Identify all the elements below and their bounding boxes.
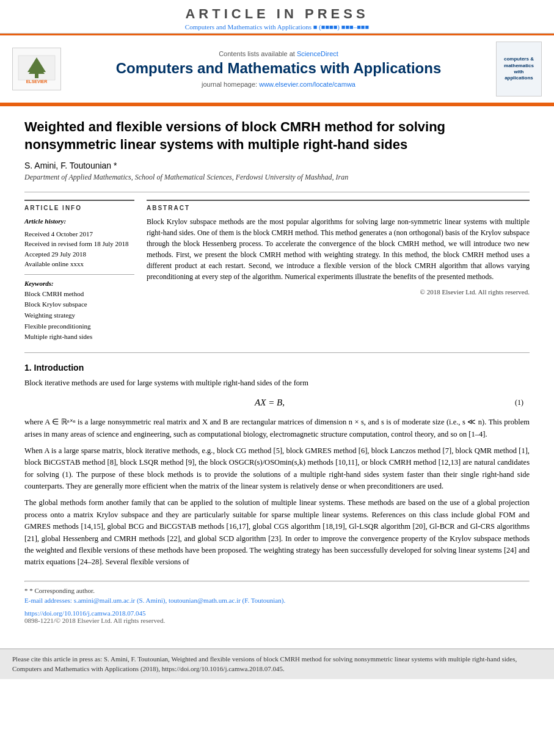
- history-item-2: Received in revised form 18 July 2018: [24, 239, 134, 249]
- bottom-citation-banner: Please cite this article in press as: S.…: [0, 649, 554, 679]
- keywords-label: Keywords:: [24, 280, 134, 287]
- keyword-4: Flexible preconditioning: [24, 321, 134, 332]
- journal-main-title: Computers and Mathematics with Applicati…: [68, 60, 489, 78]
- keyword-5: Multiple right-hand sides: [24, 332, 134, 343]
- keywords-section: Keywords: Block CMRH method Block Krylov…: [24, 280, 134, 343]
- article-info-column: ARTICLE INFO Article history: Received 4…: [24, 200, 134, 343]
- equation-1-number: (1): [515, 398, 530, 407]
- article-info-label: ARTICLE INFO: [24, 205, 134, 211]
- intro-paragraph-3: When A is a large sparse matrix, block i…: [24, 445, 530, 493]
- doi-link[interactable]: https://doi.org/10.1016/j.camwa.2018.07.…: [24, 609, 145, 617]
- journal-cover-thumbnail: computers &mathematicswithapplications: [496, 42, 542, 96]
- keyword-3: Weighting strategy: [24, 310, 134, 321]
- sciencedirect-link[interactable]: ScienceDirect: [297, 50, 338, 57]
- authors-line: S. Amini, F. Toutounian *: [24, 161, 530, 170]
- elsevier-logo: ELSEVIER: [12, 48, 61, 90]
- article-info-abstract-section: ARTICLE INFO Article history: Received 4…: [24, 200, 530, 343]
- history-item-3: Accepted 29 July 2018: [24, 249, 134, 260]
- issn-line: 0898-1221/© 2018 Elsevier Ltd. All right…: [24, 617, 530, 624]
- intro-paragraph-2: where A ∈ ℝⁿˣⁿ is a large nonsymmetric r…: [24, 416, 530, 440]
- divider-1: [24, 192, 530, 192]
- abstract-column: ABSTRACT Block Krylov subspace methods a…: [147, 200, 530, 343]
- article-content: Weighted and flexible versions of block …: [0, 106, 554, 636]
- introduction-section: 1. Introduction Block iterative methods …: [24, 363, 530, 569]
- footnote-star: *: [24, 587, 29, 594]
- affiliation: Department of Applied Mathematics, Schoo…: [24, 173, 530, 182]
- footnote-corresponding: * * Corresponding author.: [24, 586, 530, 596]
- keyword-1: Block CMRH method: [24, 289, 134, 300]
- intro-paragraph-4: The global methods form another family t…: [24, 497, 530, 568]
- contents-available-line: Contents lists available at ScienceDirec…: [68, 50, 489, 57]
- journal-reference: Computers and Mathematics with Applicati…: [0, 23, 554, 31]
- equation-1-content: AX = B,: [24, 398, 515, 408]
- bottom-banner-text: Please cite this article in press as: S.…: [12, 655, 517, 673]
- equation-1-text: AX = B,: [255, 398, 285, 407]
- copyright-notice: © 2018 Elsevier Ltd. All rights reserved…: [147, 288, 530, 296]
- divider-2: [24, 352, 530, 353]
- history-item-1: Received 4 October 2017: [24, 229, 134, 239]
- journal-header: ELSEVIER Contents lists available at Sci…: [0, 35, 554, 104]
- article-title: Weighted and flexible versions of block …: [24, 118, 530, 153]
- history-item-4: Available online xxxx: [24, 259, 134, 269]
- section-1-heading: 1. Introduction: [24, 363, 530, 373]
- abstract-label: ABSTRACT: [147, 205, 530, 211]
- footnote-email: E-mail addresses: s.amini@mail.um.ac.ir …: [24, 595, 530, 606]
- journal-title-area: Contents lists available at ScienceDirec…: [68, 50, 489, 89]
- author-names: S. Amini, F. Toutounian *: [24, 161, 117, 170]
- article-history-section: Article history: Received 4 October 2017…: [24, 216, 134, 275]
- aip-title: ARTICLE IN PRESS: [0, 6, 554, 22]
- equation-1-line: AX = B, (1): [24, 395, 530, 410]
- journal-homepage-link[interactable]: www.elsevier.com/locate/camwa: [259, 81, 355, 88]
- abstract-text: Block Krylov subspace methods are the mo…: [147, 216, 530, 282]
- journal-homepage: journal homepage: www.elsevier.com/locat…: [68, 81, 489, 88]
- article-in-press-banner: ARTICLE IN PRESS Computers and Mathemati…: [0, 0, 554, 34]
- intro-paragraph-1: Block iterative methods are used for lar…: [24, 377, 530, 389]
- svg-text:ELSEVIER: ELSEVIER: [26, 79, 48, 84]
- keyword-2: Block Krylov subspace: [24, 299, 134, 310]
- history-label: Article history:: [24, 216, 134, 227]
- footnote-divider: [24, 581, 530, 582]
- doi-line[interactable]: https://doi.org/10.1016/j.camwa.2018.07.…: [24, 609, 530, 617]
